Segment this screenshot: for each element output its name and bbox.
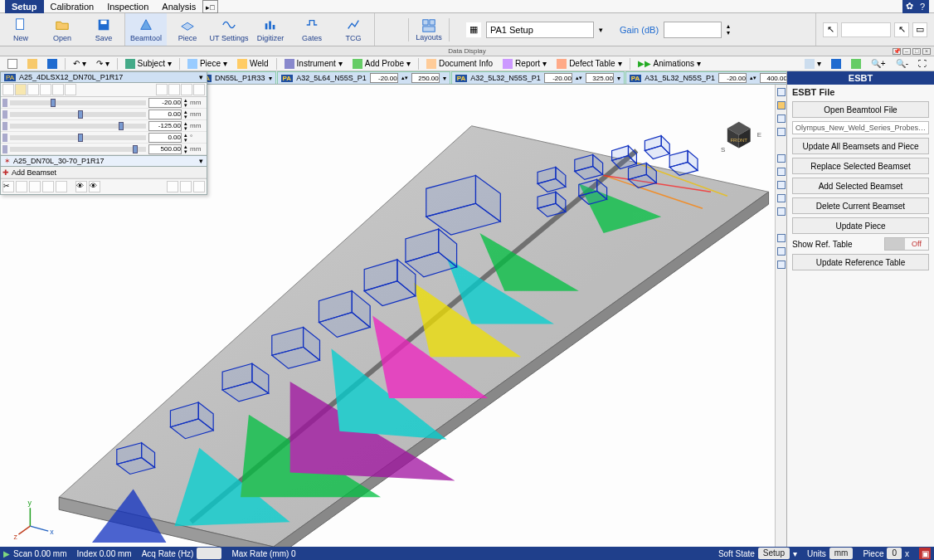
probe-panel[interactable]: PA A25_4DLSX12_DN70L_P1R17 ▾ ▴▾ mm ▴▾ mm… xyxy=(0,71,207,195)
tab-menu-icon[interactable]: ▾ xyxy=(443,75,446,82)
setup-selector[interactable]: ▦ ▾ xyxy=(466,22,603,38)
probe-stepper[interactable]: ▴▾ xyxy=(184,98,187,108)
add-beamset-button[interactable]: Add Selected Beamset xyxy=(792,178,929,194)
probe-sub-beamset[interactable]: ✶ A25_DN70L_30-70_P1R17 ▾ xyxy=(1,155,207,167)
gain-input[interactable] xyxy=(664,22,722,38)
pf-r3[interactable] xyxy=(193,181,205,192)
pf-1[interactable]: ✂ xyxy=(2,181,14,192)
probe-value-input[interactable] xyxy=(148,98,182,108)
channel-tab-3[interactable]: PA A32_5L32_N55S_P1 ▴▾ ▾ xyxy=(451,71,625,84)
probe-stepper[interactable]: ▴▾ xyxy=(184,110,187,119)
tab-menu-icon[interactable]: ▾ xyxy=(269,75,272,82)
pp-tool-r2[interactable] xyxy=(168,84,180,95)
sb-open-icon[interactable] xyxy=(23,57,41,71)
layouts-button[interactable]: Layouts xyxy=(408,18,450,41)
probe-stepper[interactable]: ▴▾ xyxy=(184,133,187,143)
window-maximize-icon[interactable]: □ xyxy=(912,48,921,55)
tab-val2[interactable] xyxy=(586,73,614,83)
sb-new-icon[interactable] xyxy=(3,57,22,71)
cursor-tool-icon[interactable]: ↖ xyxy=(823,22,838,37)
channel-tab-2[interactable]: PA A32_5L64_N55S_P1 ▴▾ ▾ xyxy=(277,71,450,84)
probe-slider[interactable] xyxy=(10,124,146,129)
nav-icon-3[interactable] xyxy=(777,114,786,123)
sb-addprobe[interactable]: Add Probe ▾ xyxy=(348,57,415,71)
pp-tool-1[interactable] xyxy=(2,84,14,95)
delete-beamset-button[interactable]: Delete Current Beamset xyxy=(792,197,929,214)
setup-select-input[interactable] xyxy=(486,22,594,38)
channel-tab-4[interactable]: PA A31_5L32_N55S_P1 ▴▾ ▾ xyxy=(625,71,786,84)
probe-slider[interactable] xyxy=(10,112,146,117)
sb-undo-icon[interactable]: ↶ ▾ xyxy=(69,57,90,71)
tab-val1[interactable] xyxy=(370,73,398,83)
beamtool-file-field[interactable]: Olympus_New_Weld_Series_Probes.ebwk xyxy=(792,121,929,134)
new-button[interactable]: New xyxy=(0,13,41,46)
tab-val1[interactable] xyxy=(544,73,572,83)
ut-settings-button[interactable]: UT Settings xyxy=(208,13,250,46)
probe-value-input[interactable] xyxy=(148,121,182,131)
nav-icon-11[interactable] xyxy=(777,247,786,256)
probe-slider[interactable] xyxy=(10,100,146,105)
replace-beamset-button[interactable]: Replace Selected Beamset xyxy=(792,158,929,174)
sb-subject[interactable]: Subject ▾ xyxy=(121,57,176,71)
sb-report[interactable]: Report ▾ xyxy=(499,57,551,71)
probe-panel-menu-icon[interactable]: ▾ xyxy=(199,73,203,81)
probe-slider[interactable] xyxy=(10,147,146,152)
sb-instrument[interactable]: Instrument ▾ xyxy=(280,57,347,71)
pf-4[interactable] xyxy=(42,181,54,192)
sb-fit-icon[interactable]: ⛶ xyxy=(914,57,931,71)
sb-piece[interactable]: Piece ▾ xyxy=(183,57,231,71)
status-play-icon[interactable]: ▶ xyxy=(3,549,10,558)
nav-icon-10[interactable] xyxy=(777,234,786,242)
nav-icon-4[interactable] xyxy=(777,128,786,136)
tcg-button[interactable]: TCG xyxy=(333,13,374,46)
tab-val1[interactable] xyxy=(718,73,747,83)
window-minimize-icon[interactable]: – xyxy=(902,48,911,55)
pf-5[interactable] xyxy=(56,181,67,192)
pf-r1[interactable] xyxy=(167,181,178,192)
pp-tool-r1[interactable] xyxy=(156,84,168,95)
nav-icon-9[interactable] xyxy=(777,207,786,216)
sb-save-icon[interactable] xyxy=(43,57,61,71)
chevron-down-icon[interactable]: ▾ xyxy=(599,26,603,34)
pp-tool-r4[interactable] xyxy=(193,84,205,95)
sb-view1-icon[interactable]: ▾ xyxy=(800,57,825,71)
window-pin-icon[interactable]: 📌 xyxy=(893,48,901,55)
show-ref-toggle[interactable]: Off xyxy=(884,237,929,251)
tab-step-icon[interactable]: ▴▾ xyxy=(576,75,582,81)
pf-eye2[interactable]: 👁 xyxy=(89,181,100,192)
sb-view3-icon[interactable] xyxy=(847,57,865,71)
nav-icon-6[interactable] xyxy=(777,168,786,176)
probe-value-input[interactable] xyxy=(148,133,182,143)
help-icon[interactable]: ? xyxy=(916,0,929,13)
pp-tool-4[interactable] xyxy=(40,84,51,95)
pf-r2[interactable] xyxy=(180,181,192,192)
nav-icon-1[interactable] xyxy=(777,88,786,96)
probe-sub-menu-icon[interactable]: ▾ xyxy=(199,157,203,165)
row-grab-icon[interactable] xyxy=(2,145,7,153)
pp-tool-5[interactable] xyxy=(52,84,64,95)
channel-tab-1[interactable]: PA DN55L_P1R33 ▾ xyxy=(196,71,276,84)
settings-gear-icon[interactable]: ✿ xyxy=(902,0,916,13)
menu-analysis[interactable]: Analysis xyxy=(155,0,202,13)
gain-stepper[interactable]: ▴▾ xyxy=(727,23,730,37)
nav-icon-2[interactable] xyxy=(777,101,786,110)
nav-icon-7[interactable] xyxy=(777,181,786,189)
pf-eye1[interactable]: 👁 xyxy=(75,181,87,192)
status-units-chip[interactable]: mm xyxy=(829,548,854,559)
probe-stepper[interactable]: ▴▾ xyxy=(184,121,187,131)
probe-stepper[interactable]: ▴▾ xyxy=(184,144,187,154)
pf-3[interactable] xyxy=(29,181,41,192)
tab-menu-icon[interactable]: ▾ xyxy=(617,75,620,82)
update-piece-button[interactable]: Update Piece xyxy=(792,217,929,234)
sb-view2-icon[interactable] xyxy=(827,57,845,71)
row-grab-icon[interactable] xyxy=(2,122,7,130)
pp-tool-r3[interactable] xyxy=(181,84,192,95)
tab-val2[interactable] xyxy=(411,73,440,83)
sb-docinfo[interactable]: Document Info xyxy=(422,57,497,71)
add-beamset-row[interactable]: ✚ Add Beamset xyxy=(1,167,207,178)
row-grab-icon[interactable] xyxy=(2,110,7,119)
gates-button[interactable]: Gates xyxy=(291,13,333,46)
sb-defect[interactable]: Defect Table ▾ xyxy=(552,57,625,71)
pf-2[interactable] xyxy=(16,181,27,192)
status-soft-menu[interactable]: ▾ xyxy=(793,549,797,558)
